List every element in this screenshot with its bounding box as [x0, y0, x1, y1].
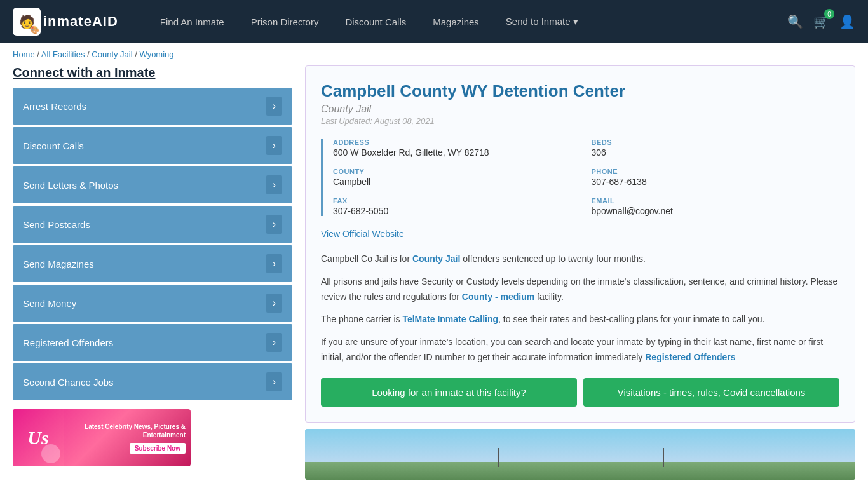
- ad-subscribe-button[interactable]: Subscribe Now: [130, 443, 186, 454]
- breadcrumb-home[interactable]: Home: [13, 50, 35, 59]
- sidebar-item-send-letters[interactable]: Send Letters & Photos ›: [13, 166, 292, 203]
- telmate-link[interactable]: TelMate Inmate Calling: [402, 314, 498, 324]
- cart-badge: 0: [824, 9, 834, 19]
- phone-label: PHONE: [592, 168, 840, 175]
- chevron-right-icon: ›: [266, 136, 282, 155]
- address-label: ADDRESS: [333, 139, 581, 146]
- chevron-right-icon: ›: [266, 215, 282, 234]
- email-value: bpownall@ccgov.net: [592, 206, 840, 216]
- looking-for-inmate-button[interactable]: Looking for an inmate at this facility?: [321, 378, 577, 407]
- description-para-2: All prisons and jails have Security or C…: [321, 274, 839, 305]
- facility-name: Campbell County WY Detention Center: [321, 81, 839, 101]
- county-medium-link[interactable]: County - medium: [462, 292, 534, 302]
- fax-label: FAX: [333, 197, 581, 205]
- sidebar-title: Connect with an Inmate: [13, 65, 292, 80]
- detail-email: EMAIL bpownall@ccgov.net: [592, 197, 840, 216]
- sidebar-item-label: Discount Calls: [23, 140, 84, 151]
- email-label: EMAIL: [592, 197, 840, 205]
- nav-prison-directory[interactable]: Prison Directory: [241, 11, 329, 32]
- sidebar-item-label: Send Money: [23, 298, 76, 309]
- facility-photo: [305, 429, 855, 480]
- sidebar-item-send-magazines[interactable]: Send Magazines ›: [13, 245, 292, 282]
- ad-text: Latest Celebrity News, Pictures & Entert…: [64, 420, 191, 456]
- detail-address: ADDRESS 600 W Boxelder Rd, Gillette, WY …: [333, 139, 581, 158]
- chevron-right-icon: ›: [266, 294, 282, 313]
- sidebar-item-label: Registered Offenders: [23, 337, 113, 348]
- nav-magazines[interactable]: Magazines: [423, 11, 489, 32]
- fax-value: 307-682-5050: [333, 206, 581, 216]
- sidebar-item-send-money[interactable]: Send Money ›: [13, 285, 292, 322]
- sidebar-item-second-chance-jobs[interactable]: Second Chance Jobs ›: [13, 363, 292, 400]
- view-official-website-link[interactable]: View Official Website: [321, 229, 839, 239]
- sidebar: Connect with an Inmate Arrest Records › …: [13, 65, 292, 480]
- breadcrumb: Home / All Facilities / County Jail / Wy…: [0, 43, 868, 65]
- navbar: 🧑 🎨 inmateAID Find An Inmate Prison Dire…: [0, 0, 868, 43]
- county-value: Campbell: [333, 177, 581, 187]
- sidebar-menu: Arrest Records › Discount Calls › Send L…: [13, 88, 292, 400]
- description-para-4: If you are unsure of your inmate's locat…: [321, 335, 839, 365]
- ad-tagline: Latest Celebrity News, Pictures & Entert…: [69, 423, 186, 439]
- breadcrumb-wyoming[interactable]: Wyoming: [139, 50, 173, 59]
- detail-phone: PHONE 307-687-6138: [592, 168, 840, 187]
- logo[interactable]: 🧑 🎨 inmateAID: [13, 8, 118, 36]
- facility-type: County Jail: [321, 104, 839, 115]
- photo-sky: [305, 429, 855, 462]
- sidebar-item-registered-offenders[interactable]: Registered Offenders ›: [13, 324, 292, 361]
- facility-details: ADDRESS 600 W Boxelder Rd, Gillette, WY …: [321, 139, 839, 216]
- county-label: COUNTY: [333, 168, 581, 175]
- nav-discount-calls[interactable]: Discount Calls: [335, 11, 416, 32]
- nav-send-to-inmate[interactable]: Send to Inmate ▾: [496, 11, 588, 32]
- action-buttons: Looking for an inmate at this facility? …: [321, 378, 839, 407]
- sidebar-item-label: Send Postcards: [23, 219, 90, 230]
- chevron-right-icon: ›: [266, 333, 282, 352]
- beds-value: 306: [592, 147, 840, 158]
- nav-links: Find An Inmate Prison Directory Discount…: [150, 11, 768, 32]
- chevron-right-icon: ›: [266, 372, 282, 391]
- flag-pole-2: [663, 448, 664, 467]
- sidebar-item-arrest-records[interactable]: Arrest Records ›: [13, 88, 292, 125]
- facility-card: Campbell County WY Detention Center Coun…: [305, 65, 855, 423]
- beds-label: BEDS: [592, 139, 840, 146]
- facility-description: Campbell Co Jail is for County Jail offe…: [321, 252, 839, 365]
- photo-ground: [305, 462, 855, 480]
- sidebar-item-label: Second Chance Jobs: [23, 377, 114, 388]
- description-para-3: The phone carrier is TelMate Inmate Call…: [321, 312, 839, 327]
- search-button[interactable]: 🔍: [787, 14, 803, 29]
- sidebar-item-label: Send Magazines: [23, 259, 94, 269]
- chevron-right-icon: ›: [266, 254, 282, 273]
- detail-beds: BEDS 306: [592, 139, 840, 158]
- visitations-button[interactable]: Visitations - times, rules, Covid cancel…: [583, 378, 839, 407]
- address-value: 600 W Boxelder Rd, Gillette, WY 82718: [333, 147, 581, 158]
- chevron-right-icon: ›: [266, 97, 282, 116]
- logo-text: inmateAID: [43, 13, 118, 30]
- logo-icon: 🧑 🎨: [13, 8, 41, 36]
- user-button[interactable]: 👤: [839, 14, 855, 29]
- detail-county: COUNTY Campbell: [333, 168, 581, 187]
- breadcrumb-county-jail[interactable]: County Jail: [92, 50, 132, 59]
- registered-offenders-link[interactable]: Registered Offenders: [645, 352, 735, 362]
- cart-button[interactable]: 🛒 0: [813, 14, 829, 29]
- chevron-right-icon: ›: [266, 175, 282, 194]
- main-container: Connect with an Inmate Arrest Records › …: [0, 65, 868, 488]
- breadcrumb-all-facilities[interactable]: All Facilities: [41, 50, 85, 59]
- sidebar-item-send-postcards[interactable]: Send Postcards ›: [13, 206, 292, 243]
- flag-pole-1: [498, 448, 499, 467]
- facility-last-updated: Last Updated: August 08, 2021: [321, 116, 839, 126]
- phone-value: 307-687-6138: [592, 177, 840, 187]
- description-para-1: Campbell Co Jail is for County Jail offe…: [321, 252, 839, 267]
- detail-fax: FAX 307-682-5050: [333, 197, 581, 216]
- content-area: Campbell County WY Detention Center Coun…: [305, 65, 855, 480]
- sidebar-item-label: Arrest Records: [23, 101, 86, 112]
- sidebar-item-discount-calls[interactable]: Discount Calls ›: [13, 127, 292, 164]
- advertisement-banner[interactable]: Us Latest Celebrity News, Pictures & Ent…: [13, 409, 191, 466]
- county-jail-link[interactable]: County Jail: [412, 254, 460, 264]
- sidebar-item-label: Send Letters & Photos: [23, 180, 118, 191]
- nav-icons: 🔍 🛒 0 👤: [787, 14, 855, 29]
- nav-find-inmate[interactable]: Find An Inmate: [150, 11, 234, 32]
